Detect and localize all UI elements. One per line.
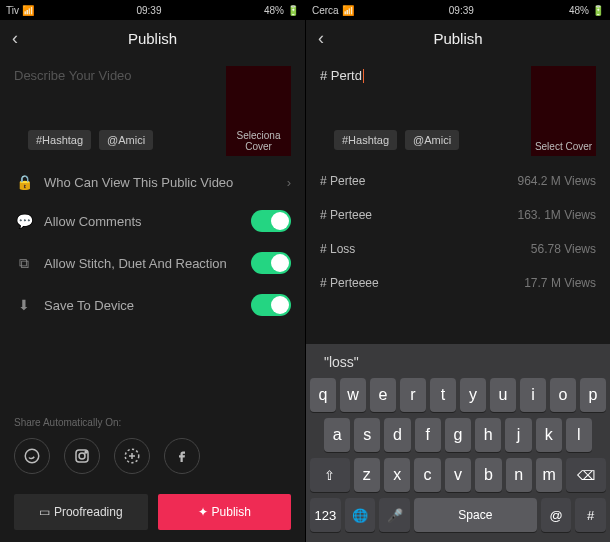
svg-point-2: [79, 453, 85, 459]
compose-area: # Pertd #Hashtag @Amici Select Cover: [306, 56, 610, 164]
key-w[interactable]: w: [340, 378, 366, 412]
key-numbers[interactable]: 123: [310, 498, 341, 532]
key-hash[interactable]: #: [575, 498, 606, 532]
publish-button[interactable]: ✦ Publish: [158, 494, 292, 530]
key-d[interactable]: d: [384, 418, 410, 452]
key-f[interactable]: f: [415, 418, 441, 452]
friends-chip[interactable]: @Amici: [99, 130, 153, 150]
back-button[interactable]: ‹: [12, 28, 18, 49]
key-globe[interactable]: 🌐: [345, 498, 376, 532]
key-t[interactable]: t: [430, 378, 456, 412]
key-l[interactable]: l: [566, 418, 592, 452]
status-bar: Cerca 📶 09:39 48% 🔋: [306, 0, 610, 20]
key-mic[interactable]: 🎤: [379, 498, 410, 532]
save-toggle[interactable]: [251, 294, 291, 316]
key-v[interactable]: v: [445, 458, 471, 492]
instagram-icon[interactable]: [64, 438, 100, 474]
battery-icon: 🔋: [592, 5, 604, 16]
key-space[interactable]: Space: [414, 498, 537, 532]
key-j[interactable]: j: [505, 418, 531, 452]
svg-point-0: [25, 449, 39, 463]
key-g[interactable]: g: [445, 418, 471, 452]
keyboard-row: 123 🌐 🎤 Space @ #: [310, 498, 606, 532]
duet-icon: ⧉: [14, 255, 34, 272]
keyboard-row: q w e r t y u i o p: [310, 378, 606, 412]
back-button[interactable]: ‹: [318, 28, 324, 49]
status-bar: Tiv 📶 09:39 48% 🔋: [0, 0, 305, 20]
key-backspace[interactable]: ⌫: [566, 458, 606, 492]
status-time: 09:39: [449, 5, 474, 16]
share-row: [0, 432, 305, 486]
key-q[interactable]: q: [310, 378, 336, 412]
battery-percent: 48%: [264, 5, 284, 16]
cover-thumbnail[interactable]: Select Cover: [531, 66, 596, 156]
chevron-right-icon: ›: [287, 175, 291, 190]
battery-percent: 48%: [569, 5, 589, 16]
save-row: ⬇ Save To Device: [0, 284, 305, 326]
stitch-row: ⧉ Allow Stitch, Duet And Reaction: [0, 242, 305, 284]
key-r[interactable]: r: [400, 378, 426, 412]
status-time: 09:39: [136, 5, 161, 16]
cover-thumbnail[interactable]: Seleciona Cover: [226, 66, 291, 156]
key-u[interactable]: u: [490, 378, 516, 412]
draft-icon: ▭: [39, 505, 50, 519]
description-field[interactable]: Describe Your Video: [14, 66, 218, 84]
key-p[interactable]: p: [580, 378, 606, 412]
key-at[interactable]: @: [541, 498, 572, 532]
signal-icon: 📶: [342, 5, 354, 16]
key-n[interactable]: n: [506, 458, 532, 492]
signal-icon: 📶: [22, 5, 34, 16]
download-icon: ⬇: [14, 297, 34, 313]
key-shift[interactable]: ⇧: [310, 458, 350, 492]
bottom-buttons: ▭ Proofreading ✦ Publish: [0, 486, 305, 542]
compose-area: Describe Your Video #Hashtag @Amici Sele…: [0, 56, 305, 164]
keyboard: "loss" q w e r t y u i o p a s d f g h j…: [306, 344, 610, 542]
key-b[interactable]: b: [475, 458, 501, 492]
cover-label: Select Cover: [535, 141, 592, 152]
friends-chip[interactable]: @Amici: [405, 130, 459, 150]
carrier-label: Tiv: [6, 5, 19, 16]
publish-icon: ✦: [198, 505, 208, 519]
privacy-row[interactable]: 🔒 Who Can View This Public Video ›: [0, 164, 305, 200]
key-o[interactable]: o: [550, 378, 576, 412]
key-h[interactable]: h: [475, 418, 501, 452]
header: ‹ Publish: [0, 20, 305, 56]
chips-row: #Hashtag @Amici: [320, 130, 523, 160]
hashtag-chip[interactable]: #Hashtag: [28, 130, 91, 150]
stitch-toggle[interactable]: [251, 252, 291, 274]
comments-row: 💬 Allow Comments: [0, 200, 305, 242]
text-caret: [363, 69, 364, 83]
carrier-label: Cerca: [312, 5, 339, 16]
description-field[interactable]: # Pertd: [320, 66, 523, 84]
keyboard-row: ⇧ z x c v b n m ⌫: [310, 458, 606, 492]
key-c[interactable]: c: [414, 458, 440, 492]
facebook-icon[interactable]: [164, 438, 200, 474]
key-y[interactable]: y: [460, 378, 486, 412]
draft-button[interactable]: ▭ Proofreading: [14, 494, 148, 530]
svg-point-3: [85, 452, 87, 454]
key-e[interactable]: e: [370, 378, 396, 412]
screen-left: Tiv 📶 09:39 48% 🔋 ‹ Publish Describe You…: [0, 0, 305, 542]
key-s[interactable]: s: [354, 418, 380, 452]
keyboard-suggestion[interactable]: "loss": [310, 350, 606, 378]
hashtag-suggestion[interactable]: # Perteeee 17.7 M Views: [306, 266, 610, 300]
key-a[interactable]: a: [324, 418, 350, 452]
screen-right: Cerca 📶 09:39 48% 🔋 ‹ Publish # Pertd #H…: [305, 0, 610, 542]
share-label: Share Automatically On:: [0, 407, 305, 432]
whatsapp-icon[interactable]: [14, 438, 50, 474]
page-title: Publish: [128, 30, 177, 47]
key-x[interactable]: x: [384, 458, 410, 492]
key-k[interactable]: k: [536, 418, 562, 452]
header: ‹ Publish: [306, 20, 610, 56]
lock-icon: 🔒: [14, 174, 34, 190]
stories-icon[interactable]: [114, 438, 150, 474]
hashtag-suggestion[interactable]: # Loss 56.78 Views: [306, 232, 610, 266]
hashtag-suggestion[interactable]: # Pertee 964.2 M Views: [306, 164, 610, 198]
hashtag-suggestion[interactable]: # Perteee 163. 1M Views: [306, 198, 610, 232]
key-z[interactable]: z: [354, 458, 380, 492]
key-m[interactable]: m: [536, 458, 562, 492]
keyboard-row: a s d f g h j k l: [310, 418, 606, 452]
hashtag-chip[interactable]: #Hashtag: [334, 130, 397, 150]
key-i[interactable]: i: [520, 378, 546, 412]
comments-toggle[interactable]: [251, 210, 291, 232]
